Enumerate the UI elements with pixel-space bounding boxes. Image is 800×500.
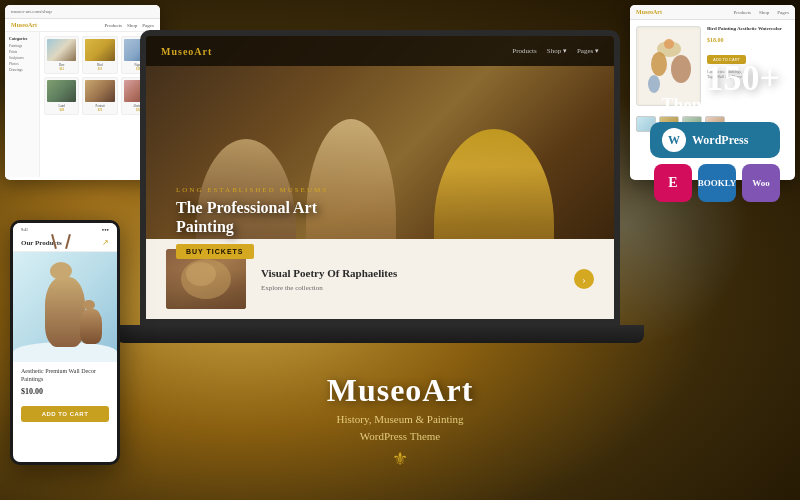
hero-nav-shop: Shop ▾ <box>547 47 567 55</box>
shop-body: Categories Paintings Prints Sculptures P… <box>5 32 160 177</box>
deer-body <box>45 277 85 347</box>
external-link-icon[interactable]: ↗ <box>102 238 109 247</box>
product-image <box>85 80 114 102</box>
woo-badge: Woo <box>742 164 780 202</box>
laptop-screen: MuseoArt Products Shop ▾ Pages ▾ LONG ES… <box>140 30 620 325</box>
shop-sidebar-item: Prints <box>9 50 35 54</box>
product-price: $12 <box>47 67 76 71</box>
hero-logo: MuseoArt <box>161 46 212 57</box>
hero-nav-products: Products <box>512 47 537 55</box>
shop-sidebar-item: Drawings <box>9 68 35 72</box>
svg-point-8 <box>186 262 216 286</box>
shop-sidebar-item: Sculptures <box>9 56 35 60</box>
product-image <box>85 39 114 61</box>
mobile-product-info: Aesthetic Premium Wall Decor Paintings $… <box>13 362 117 428</box>
shop-nav-products: Products <box>105 23 123 28</box>
product-image <box>47 39 76 61</box>
mobile-screenshot: 9:41 ●●● Our Products ↗ Aesthetic Premiu… <box>10 220 120 465</box>
hero-bottom-text-area: Visual Poetry Of Raphaelites Explore the… <box>261 266 559 291</box>
product-price: $20 <box>47 108 76 112</box>
hero-bottom-title: Visual Poetry Of Raphaelites <box>261 266 559 280</box>
detail-browser-bar: MuseoArt Products Shop Pages <box>630 5 795 20</box>
bookly-badge: BOOKLY <box>698 164 736 202</box>
wordpress-label: WordPress <box>692 133 748 148</box>
shop-sidebar: Categories Paintings Prints Sculptures P… <box>5 32 40 177</box>
mobile-status-bar: 9:41 ●●● <box>13 223 117 234</box>
product-image <box>47 80 76 102</box>
shop-sidebar-item: Paintings <box>9 44 35 48</box>
laptop-container: MuseoArt Products Shop ▾ Pages ▾ LONG ES… <box>140 30 620 360</box>
detail-product-title: Bird Painting Aesthetic Watercolor <box>707 26 789 33</box>
detail-nav: Products Shop Pages <box>734 10 789 15</box>
right-badges: 150+ Theme Options W WordPress E BOOKLY … <box>650 60 780 202</box>
list-item: Portrait $25 <box>82 77 117 115</box>
hero-navbar: MuseoArt Products Shop ▾ Pages ▾ <box>146 36 614 66</box>
hero-text-overlay: LONG ESTABLISHED MUSEUMS The Professiona… <box>176 186 328 259</box>
mobile-product-price: $10.00 <box>21 387 109 396</box>
shop-nav: Products Shop Pages <box>105 23 154 28</box>
mobile-product-title: Aesthetic Premium Wall Decor Paintings <box>21 368 109 384</box>
shop-nav-shop: Shop <box>127 23 137 28</box>
theme-options-text: 150+ Theme Options <box>661 60 780 114</box>
mobile-header: Our Products ↗ <box>13 234 117 252</box>
shop-nav-pages: Pages <box>142 23 154 28</box>
app-title: MuseoArt <box>327 372 474 409</box>
wordpress-badge: W WordPress <box>650 122 780 158</box>
theme-options-label: Theme Options <box>661 96 780 114</box>
app-subtitle: History, Museum & Painting WordPress The… <box>327 411 474 444</box>
shop-screenshot: museo-art.com/shop MuseoArt Products Sho… <box>5 5 160 180</box>
theme-options-count: 150+ <box>661 60 780 96</box>
plugin-badges: W WordPress E BOOKLY Woo <box>650 122 780 202</box>
list-item: Bird $15 <box>82 36 117 74</box>
product-price: $15 <box>85 67 114 71</box>
hero-bottom-desc: Explore the collection <box>261 284 559 292</box>
hero-museum-label: LONG ESTABLISHED MUSEUMS <box>176 186 328 194</box>
svg-point-4 <box>664 39 674 49</box>
product-price: $25 <box>85 108 114 112</box>
detail-logo: MuseoArt <box>636 9 662 15</box>
shop-sidebar-item: Photos <box>9 62 35 66</box>
main-title-area: MuseoArt History, Museum & Painting Word… <box>327 372 474 470</box>
hero-nav-links: Products Shop ▾ Pages ▾ <box>512 47 599 55</box>
hero-next-arrow[interactable]: › <box>574 269 594 289</box>
small-plugin-badges: E BOOKLY Woo <box>654 164 780 202</box>
hero-nav-pages: Pages ▾ <box>577 47 599 55</box>
shop-logo: MuseoArt <box>11 22 37 28</box>
mobile-add-to-cart-button[interactable]: ADD TO CART <box>21 406 109 422</box>
shop-sidebar-title: Categories <box>9 36 35 41</box>
hero-buy-tickets-button[interactable]: BUY TICKETS <box>176 244 254 259</box>
list-item: Deer $12 <box>44 36 79 74</box>
shop-browser-bar: museo-art.com/shop <box>5 5 160 19</box>
crown-icon: ⚜ <box>327 448 474 470</box>
elementor-badge: E <box>654 164 692 202</box>
laptop-base <box>116 325 644 343</box>
detail-product-price: $18.00 <box>707 37 789 43</box>
mobile-product-image <box>13 252 117 362</box>
wordpress-icon: W <box>662 128 686 152</box>
deer-head <box>50 262 72 280</box>
hero-image: MuseoArt Products Shop ▾ Pages ▾ LONG ES… <box>146 36 614 319</box>
hero-title: The Professional Art Painting <box>176 198 328 236</box>
shop-navbar: MuseoArt Products Shop Pages <box>5 19 160 32</box>
list-item: Land $20 <box>44 77 79 115</box>
